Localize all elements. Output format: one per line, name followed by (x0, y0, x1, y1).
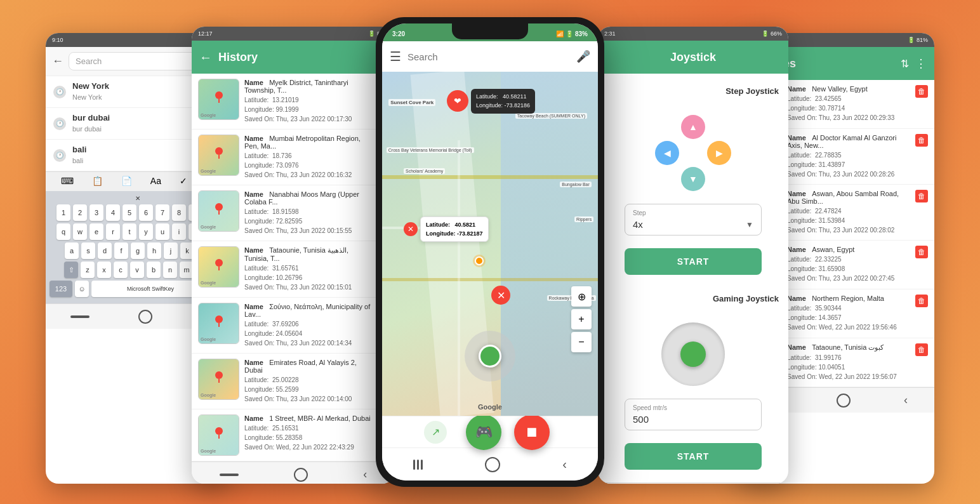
key-g[interactable]: g (131, 242, 145, 259)
key-e[interactable]: e (89, 223, 103, 240)
home-circle[interactable] (485, 457, 500, 472)
toolbar-check[interactable]: ✓ (180, 176, 187, 187)
key-a[interactable]: a (65, 242, 79, 259)
history-list-item-6[interactable]: Google Name Emirates Road, Al Yalayis 2,… (192, 354, 395, 409)
key-u[interactable]: u (156, 223, 169, 240)
dpad-down[interactable]: ▼ (681, 167, 705, 191)
key-f[interactable]: f (114, 242, 128, 259)
phone-notch (452, 23, 528, 39)
nav-home[interactable] (138, 310, 152, 324)
center-search-input[interactable] (407, 51, 570, 62)
key-7[interactable]: 7 (156, 204, 169, 221)
center-fab-area: ↗ 🎮 ⏹ (382, 416, 598, 448)
key-8[interactable]: 8 (172, 204, 186, 221)
key-v[interactable]: v (130, 262, 144, 278)
nav-recents[interactable] (70, 315, 89, 318)
route-icon-btn[interactable]: ↗ (424, 421, 447, 444)
zoom-out-btn[interactable]: − (571, 332, 592, 352)
key-shift[interactable]: ⇧ (64, 262, 78, 278)
favorites-nav-back[interactable]: ‹ (904, 394, 908, 407)
joystick-circle[interactable] (465, 331, 515, 381)
joystick-thumb[interactable] (479, 345, 501, 368)
step-dropdown-icon[interactable]: ▼ (746, 220, 753, 229)
favorites-filter-icon[interactable]: ⇅ (901, 58, 909, 70)
toolbar-copy[interactable]: 📋 (92, 176, 103, 187)
key-3[interactable]: 3 (89, 204, 103, 221)
key-b[interactable]: b (147, 262, 161, 278)
toolbar-paste[interactable]: 📄 (121, 176, 132, 187)
history-back-icon[interactable]: ← (199, 50, 212, 65)
dismiss-btn[interactable]: ✕ (491, 286, 510, 305)
fav-delete-6[interactable]: 🗑 (915, 343, 928, 356)
back-triangle[interactable]: ‹ (562, 457, 567, 472)
fav-delete-4[interactable]: 🗑 (915, 246, 928, 258)
key-x[interactable]: x (97, 262, 111, 278)
key-emoji[interactable]: ☺ (75, 281, 89, 297)
history-bottom-nav: ‹ (192, 461, 395, 484)
gaming-joystick-thumb[interactable] (680, 342, 706, 367)
dpad-right[interactable]: ▶ (707, 141, 731, 165)
history-list-item-7[interactable]: Google Name 1 Street, MBR- Al Merkad, Du… (192, 409, 395, 461)
key-n[interactable]: n (163, 262, 177, 278)
key-w[interactable]: w (73, 223, 87, 240)
fav-delete-3[interactable]: 🗑 (915, 190, 928, 202)
history-list-item-1[interactable]: Google Name Myelk District, Tanintharyi … (192, 74, 395, 129)
hamburger-icon[interactable]: ☰ (390, 49, 401, 64)
favorites-more-icon[interactable]: ⋮ (915, 56, 927, 70)
key-d[interactable]: d (98, 242, 112, 259)
heart-button[interactable]: ❤ (447, 90, 468, 112)
history-item-text-6: Name Emirates Road, Al Yalayis 2, Dubai … (244, 359, 371, 404)
history-list-item-3[interactable]: Google Name Nanabhai Moos Marg (Upper Co… (192, 185, 395, 241)
history-nav-back[interactable]: ‹ (363, 468, 367, 481)
history-item-text-4: Name Tataounie, Tunisia الذهبية, Tunisia… (244, 246, 371, 292)
key-1[interactable]: 1 (56, 204, 70, 221)
center-map[interactable]: Sunset Cove Park Cross Bay Veterans Memo… (382, 72, 598, 416)
key-t[interactable]: t (122, 223, 136, 240)
mic-icon[interactable]: 🎤 (576, 50, 590, 63)
key-j[interactable]: j (164, 242, 178, 259)
location-btn[interactable]: ⊕ (571, 286, 592, 307)
stop-fab[interactable]: ⏹ (514, 414, 550, 450)
fav-delete-5[interactable]: 🗑 (915, 295, 928, 307)
dpad-up[interactable]: ▲ (681, 115, 705, 139)
joystick-status-time: 2:31 (604, 30, 616, 37)
favorites-nav-home[interactable] (837, 394, 851, 408)
nav-lines[interactable] (413, 460, 423, 470)
center-pin (475, 256, 484, 265)
history-list-item-4[interactable]: Google Name Tataounie, Tunisia الذهبية, … (192, 241, 395, 298)
key-s[interactable]: s (81, 242, 95, 259)
key-y[interactable]: y (139, 223, 153, 240)
toolbar-keyboard[interactable]: ⌨ (61, 176, 74, 187)
dpad-left[interactable]: ◀ (655, 141, 679, 165)
fav-delete-2[interactable]: 🗑 (915, 134, 928, 147)
key-c[interactable]: c (114, 262, 128, 278)
fav-delete-1[interactable]: 🗑 (915, 85, 928, 98)
toolbar-format[interactable]: Aa (150, 176, 161, 187)
close-icon[interactable]: ✕ (404, 222, 418, 236)
key-r[interactable]: r (106, 223, 120, 240)
gaming-start-btn[interactable]: START (625, 443, 762, 470)
game-fab[interactable]: 🎮 (466, 414, 501, 450)
fav-name-5: Name Northern Region, Malta (787, 295, 910, 302)
history-list-item-2[interactable]: Google Name Mumbai Metropolitan Region, … (192, 129, 395, 185)
history-text-3: bali bali (72, 145, 86, 166)
key-6[interactable]: 6 (139, 204, 153, 221)
key-i[interactable]: i (172, 223, 186, 240)
key-h[interactable]: h (147, 242, 161, 259)
zoom-in-btn[interactable]: + (571, 309, 592, 329)
key-123[interactable]: 123 (50, 281, 72, 297)
google-logo: Google (478, 403, 502, 411)
step-start-btn[interactable]: START (625, 248, 762, 275)
key-5[interactable]: 5 (122, 204, 136, 221)
fav-text-2: Name Al Doctor Kamal Al Ganzori Axis, Ne… (787, 134, 910, 179)
history-thumb-2: Google (198, 135, 239, 176)
history-nav-home[interactable] (294, 468, 308, 482)
back-arrow-icon[interactable]: ← (52, 55, 63, 68)
history-nav-recents[interactable] (220, 474, 239, 476)
history-list-item-5[interactable]: Google Name Σούνιο, Νεάπολη, Municipalit… (192, 298, 395, 354)
key-q[interactable]: q (56, 223, 70, 240)
key-4[interactable]: 4 (106, 204, 120, 221)
key-2[interactable]: 2 (73, 204, 87, 221)
key-z[interactable]: z (81, 262, 95, 278)
gaming-joystick[interactable] (661, 322, 725, 386)
